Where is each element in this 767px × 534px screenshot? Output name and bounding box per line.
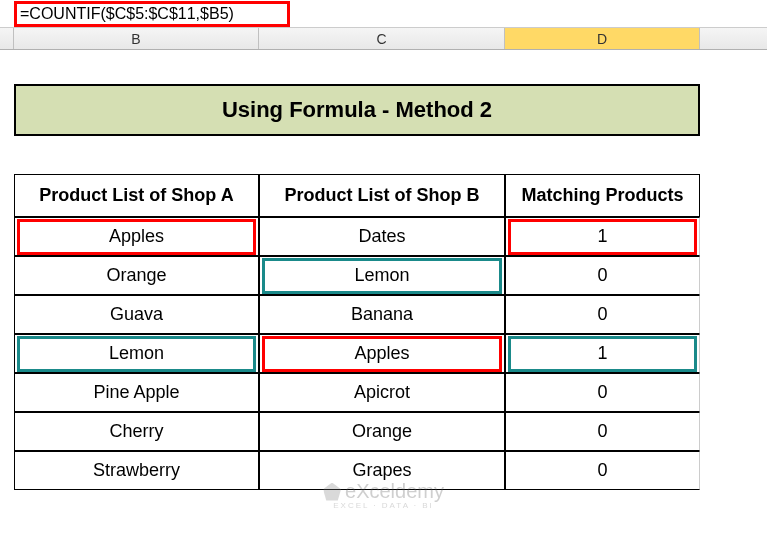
table-row: Orange Lemon 0 xyxy=(14,256,700,295)
table-header-row: Product List of Shop A Product List of S… xyxy=(14,174,700,217)
table-row: Apples Dates 1 xyxy=(14,217,700,256)
cell-shop-b[interactable]: Grapes xyxy=(259,451,505,490)
cell-matching[interactable]: 0 xyxy=(505,373,700,412)
cell-shop-a[interactable]: Strawberry xyxy=(14,451,259,490)
watermark-tagline: EXCEL · DATA · BI xyxy=(323,501,444,510)
column-headers: B C D xyxy=(0,28,767,50)
table-row: Lemon Apples 1 xyxy=(14,334,700,373)
col-header-gutter[interactable] xyxy=(0,28,14,49)
header-matching[interactable]: Matching Products xyxy=(505,174,700,217)
cell-shop-b[interactable]: Dates xyxy=(259,217,505,256)
cell-matching[interactable]: 1 xyxy=(505,217,700,256)
title-banner[interactable]: Using Formula - Method 2 xyxy=(14,84,700,136)
cell-shop-b[interactable]: Banana xyxy=(259,295,505,334)
formula-bar[interactable]: =COUNTIF($C$5:$C$11,$B5) xyxy=(0,0,767,28)
header-shop-b[interactable]: Product List of Shop B xyxy=(259,174,505,217)
cell-matching[interactable]: 0 xyxy=(505,451,700,490)
table-row: Strawberry Grapes 0 xyxy=(14,451,700,490)
cell-shop-a[interactable]: Pine Apple xyxy=(14,373,259,412)
cell-shop-a[interactable]: Apples xyxy=(14,217,259,256)
cell-matching[interactable]: 0 xyxy=(505,295,700,334)
col-header-d[interactable]: D xyxy=(505,28,700,49)
col-header-b[interactable]: B xyxy=(14,28,259,49)
cell-shop-a[interactable]: Lemon xyxy=(14,334,259,373)
cell-shop-b[interactable]: Apicrot xyxy=(259,373,505,412)
spacer xyxy=(0,136,767,174)
cell-shop-a[interactable]: Orange xyxy=(14,256,259,295)
cell-matching[interactable]: 0 xyxy=(505,256,700,295)
table-row: Guava Banana 0 xyxy=(14,295,700,334)
cell-shop-a[interactable]: Cherry xyxy=(14,412,259,451)
cell-shop-b[interactable]: Lemon xyxy=(259,256,505,295)
page-title: Using Formula - Method 2 xyxy=(222,97,492,123)
cell-shop-b[interactable]: Apples xyxy=(259,334,505,373)
table-row: Pine Apple Apicrot 0 xyxy=(14,373,700,412)
table-row: Cherry Orange 0 xyxy=(14,412,700,451)
cell-shop-a[interactable]: Guava xyxy=(14,295,259,334)
cell-matching[interactable]: 1 xyxy=(505,334,700,373)
spacer xyxy=(0,50,767,84)
data-table: Product List of Shop A Product List of S… xyxy=(14,174,700,490)
formula-text: =COUNTIF($C$5:$C$11,$B5) xyxy=(20,5,234,23)
cell-shop-b[interactable]: Orange xyxy=(259,412,505,451)
cell-matching[interactable]: 0 xyxy=(505,412,700,451)
col-header-c[interactable]: C xyxy=(259,28,505,49)
header-shop-a[interactable]: Product List of Shop A xyxy=(14,174,259,217)
